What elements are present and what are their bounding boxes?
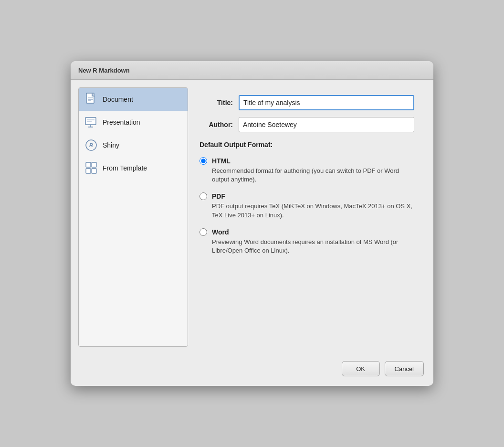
format-pdf-radio[interactable]	[200, 192, 207, 200]
author-field-row: Author:	[200, 117, 414, 132]
svg-rect-11	[86, 162, 91, 167]
svg-rect-12	[92, 162, 96, 167]
dialog-titlebar: New R Markdown	[71, 61, 433, 80]
format-html-radio[interactable]	[200, 157, 207, 165]
template-icon	[84, 161, 98, 175]
sidebar-item-presentation-label: Presentation	[103, 118, 140, 126]
document-icon	[84, 93, 98, 106]
new-rmarkdown-dialog: New R Markdown Document	[71, 61, 433, 386]
dialog-body: Document Presentation	[71, 80, 433, 354]
title-field-row: Title:	[200, 95, 414, 110]
author-input[interactable]	[239, 117, 414, 132]
format-pdf-desc: PDF output requires TeX (MiKTeX on Windo…	[212, 202, 414, 219]
format-option-word: Word Previewing Word documents requires …	[200, 228, 414, 255]
sidebar-item-document-label: Document	[103, 96, 133, 103]
format-pdf-row: PDF	[200, 192, 414, 200]
sidebar-item-presentation[interactable]: Presentation	[79, 111, 188, 134]
format-word-name: Word	[212, 228, 229, 236]
format-html-name: HTML	[212, 157, 231, 165]
sidebar-item-shiny[interactable]: R Shiny	[79, 134, 188, 157]
svg-text:R: R	[89, 142, 93, 148]
title-input[interactable]	[239, 95, 414, 110]
format-option-pdf: PDF PDF output requires TeX (MiKTeX on W…	[200, 192, 414, 219]
dialog-footer: OK Cancel	[71, 354, 433, 386]
sidebar-item-shiny-label: Shiny	[103, 141, 119, 149]
format-option-html: HTML Recommended format for authoring (y…	[200, 157, 414, 184]
presentation-icon	[84, 116, 98, 129]
format-word-radio[interactable]	[200, 228, 207, 236]
shiny-icon: R	[84, 138, 98, 152]
svg-rect-4	[85, 117, 96, 125]
format-html-desc: Recommended format for authoring (you ca…	[212, 167, 414, 184]
format-pdf-name: PDF	[212, 192, 225, 200]
format-radio-group: HTML Recommended format for authoring (y…	[200, 157, 414, 255]
format-html-row: HTML	[200, 157, 414, 165]
author-label: Author:	[200, 121, 233, 128]
dialog-title: New R Markdown	[78, 67, 130, 74]
title-label: Title:	[200, 99, 233, 106]
ok-button[interactable]: OK	[342, 361, 380, 376]
format-section-title: Default Output Format:	[200, 141, 414, 149]
cancel-button[interactable]: Cancel	[385, 361, 424, 376]
svg-rect-13	[86, 169, 91, 173]
sidebar-item-from-template-label: From Template	[103, 164, 147, 172]
svg-rect-14	[92, 169, 96, 173]
format-word-desc: Previewing Word documents requires an in…	[212, 238, 414, 255]
sidebar-item-from-template[interactable]: From Template	[79, 157, 188, 180]
format-word-row: Word	[200, 228, 414, 236]
sidebar: Document Presentation	[78, 87, 188, 347]
main-content: Title: Author: Default Output Format: HT…	[188, 87, 426, 347]
sidebar-item-document[interactable]: Document	[79, 88, 188, 111]
